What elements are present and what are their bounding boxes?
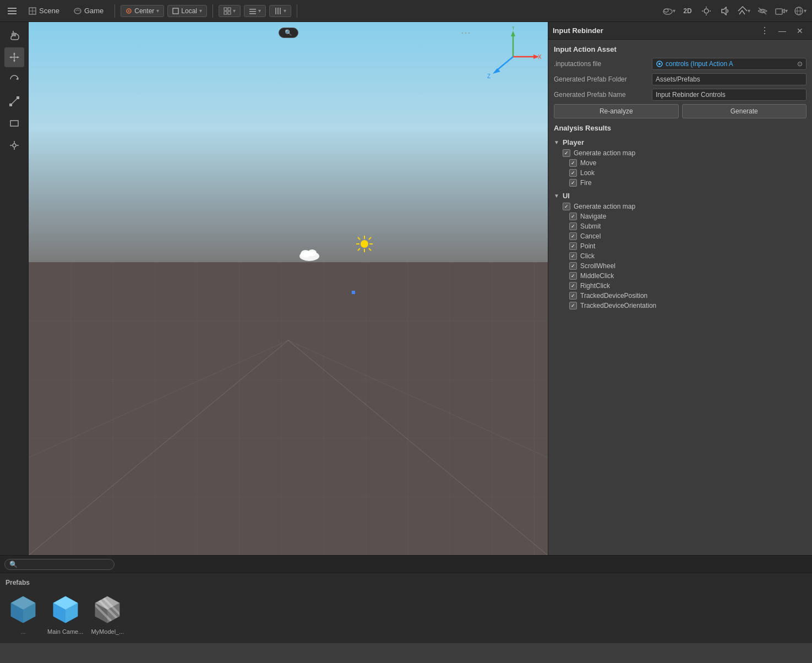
- panel-minimize[interactable]: —: [775, 23, 790, 39]
- local-label: Local: [181, 7, 197, 15]
- asset-my-model[interactable]: MyModel_...: [90, 591, 125, 635]
- transform-tool[interactable]: [4, 135, 24, 155]
- svg-marker-27: [722, 7, 726, 15]
- prefab-folder-row: Generated Prefab Folder Assets/Prefabs: [554, 73, 806, 85]
- grid-arrow-3: ▾: [284, 8, 286, 14]
- ui-generate-label: Generate action map: [574, 203, 635, 210]
- ui-cancel-checkbox[interactable]: ✓: [569, 232, 577, 240]
- panel-header-controls: ⋮ — ✕: [757, 23, 808, 39]
- camera-dropdown[interactable]: ▾: [773, 3, 789, 19]
- cloud-btn[interactable]: ▾: [661, 3, 677, 19]
- analysis-results-title: Analysis Results: [554, 124, 806, 132]
- tab-scene-label: Scene: [39, 7, 59, 15]
- bottom-search[interactable]: 🔍: [4, 559, 115, 570]
- panel-title: Input Rebinder: [553, 26, 603, 35]
- ui-rightclick-checkbox[interactable]: ✓: [569, 282, 577, 290]
- ui-navigate-label: Navigate: [580, 213, 606, 220]
- grid-btn-2[interactable]: ▾: [244, 5, 266, 17]
- viewport-search[interactable]: 🔍: [279, 28, 298, 38]
- 2d-btn[interactable]: 2D: [680, 3, 695, 19]
- analysis-results: Analysis Results ▼ Player ✓ Generate act…: [554, 124, 806, 311]
- sep-3: [297, 4, 297, 18]
- scale-tool[interactable]: [4, 91, 24, 111]
- svg-point-59: [308, 249, 317, 256]
- ui-click-label: Click: [580, 252, 595, 260]
- svg-marker-41: [16, 77, 18, 80]
- rotate-tool[interactable]: [4, 69, 24, 89]
- player-look-label: Look: [580, 169, 595, 177]
- player-move-checkbox[interactable]: ✓: [569, 159, 577, 167]
- main-area: Y X Z 🔍 ⋯ Input Rebinder ⋮ —: [0, 22, 812, 555]
- svg-rect-0: [8, 8, 17, 9]
- player-fire-checkbox[interactable]: ✓: [569, 179, 577, 187]
- reanalyze-btn[interactable]: Re-analyze: [554, 104, 679, 118]
- player-group-header[interactable]: ▼ Player: [554, 137, 806, 148]
- audio-btn[interactable]: [717, 3, 733, 19]
- ui-point-item: ✓ Point: [554, 241, 806, 251]
- generate-btn[interactable]: Generate: [682, 104, 807, 118]
- tab-scene[interactable]: Scene: [23, 4, 65, 17]
- gizmo-menu[interactable]: ▾: [792, 3, 808, 19]
- ui-scrollwheel-checkbox[interactable]: ✓: [569, 262, 577, 270]
- ui-point-checkbox[interactable]: ✓: [569, 242, 577, 250]
- svg-marker-31: [782, 9, 784, 13]
- scene-viewport[interactable]: Y X Z 🔍 ⋯: [29, 22, 548, 555]
- ui-submit-checkbox[interactable]: ✓: [569, 222, 577, 230]
- panel-dots-menu[interactable]: ⋮: [757, 23, 772, 39]
- svg-rect-12: [224, 12, 227, 14]
- center-pivot-btn[interactable]: Center ▾: [121, 5, 164, 17]
- ui-scrollwheel-item: ✓ ScrollWheel: [554, 261, 806, 271]
- ui-middleclick-checkbox[interactable]: ✓: [569, 272, 577, 280]
- player-move-item: ✓ Move: [554, 158, 806, 168]
- player-group-label: Player: [563, 138, 584, 146]
- ui-submit-item: ✓ Submit: [554, 221, 806, 231]
- viewport-menu[interactable]: ⋯: [461, 26, 471, 39]
- rect-tool[interactable]: [4, 113, 24, 133]
- bottom-area: 🔍 Prefabs ...: [0, 555, 812, 643]
- ui-group-label: UI: [563, 192, 570, 200]
- selection-point: [351, 289, 356, 297]
- prefab-name-label: Generated Prefab Name: [554, 91, 647, 99]
- panel-close[interactable]: ✕: [792, 23, 808, 39]
- asset-unnamed[interactable]: ...: [6, 591, 41, 635]
- tab-game[interactable]: Game: [68, 4, 109, 17]
- player-look-checkbox[interactable]: ✓: [569, 169, 577, 177]
- local-global-btn[interactable]: Local ▾: [167, 5, 207, 17]
- svg-line-66: [369, 248, 371, 251]
- ui-generate-checkbox[interactable]: ✓: [563, 203, 570, 210]
- ui-generate-action-map: ✓ Generate action map: [554, 202, 806, 211]
- target-icon: [656, 60, 663, 68]
- ui-trackedorient-checkbox[interactable]: ✓: [569, 302, 577, 309]
- grid-btn-1[interactable]: ▾: [219, 5, 241, 17]
- asset-unnamed-icon: [6, 591, 41, 626]
- right-panel: Input Rebinder ⋮ — ✕ Input Action Asset …: [548, 22, 812, 555]
- asset-main-camera[interactable]: Main Came...: [47, 591, 83, 635]
- player-generate-checkbox[interactable]: ✓: [563, 149, 570, 157]
- prefab-name-value[interactable]: Input Rebinder Controls: [652, 89, 806, 101]
- ui-group-header[interactable]: ▼ UI: [554, 190, 806, 202]
- move-tool[interactable]: [4, 47, 24, 67]
- svg-marker-38: [13, 60, 15, 62]
- ui-trackedpos-label: TrackedDevicePosition: [580, 292, 647, 300]
- inputactions-file-value[interactable]: controls (Input Action A ⊙: [652, 58, 806, 70]
- light-btn[interactable]: [699, 3, 714, 19]
- scene-gizmo[interactable]: Y X Z: [483, 26, 543, 89]
- scene-grid: [29, 262, 548, 555]
- svg-rect-52: [29, 262, 548, 555]
- hamburger-menu[interactable]: [4, 3, 20, 19]
- ui-trackedpos-checkbox[interactable]: ✓: [569, 292, 577, 300]
- svg-point-6: [74, 8, 81, 14]
- prefab-name-row: Generated Prefab Name Input Rebinder Con…: [554, 89, 806, 101]
- hand-tool[interactable]: [4, 25, 24, 45]
- local-arrow: ▾: [199, 8, 202, 14]
- visibility-btn[interactable]: [755, 3, 770, 19]
- effects-btn[interactable]: ▾: [736, 3, 751, 19]
- ui-click-checkbox[interactable]: ✓: [569, 252, 577, 260]
- grid-btn-3[interactable]: ▾: [269, 5, 291, 17]
- search-icon: 🔍: [9, 561, 18, 568]
- panel-header: Input Rebinder ⋮ — ✕: [548, 22, 812, 40]
- ui-trackedpos-item: ✓ TrackedDevicePosition: [554, 291, 806, 301]
- prefab-folder-value[interactable]: Assets/Prefabs: [652, 73, 806, 85]
- sep-1: [115, 4, 115, 18]
- ui-navigate-checkbox[interactable]: ✓: [569, 213, 577, 220]
